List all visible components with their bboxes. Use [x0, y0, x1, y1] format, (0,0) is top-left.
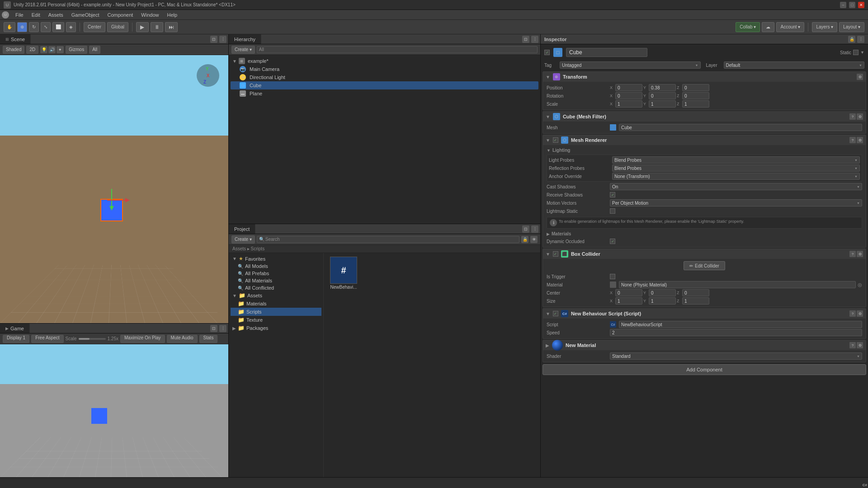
lightmap-static-checkbox[interactable]: [610, 208, 615, 214]
inspector-menu-button[interactable]: ⋮: [857, 36, 864, 43]
scene-menu-button[interactable]: ⋮: [219, 36, 226, 43]
static-dropdown-icon[interactable]: ▼: [860, 50, 864, 55]
mesh-filter-help-icon[interactable]: ?: [849, 113, 856, 120]
hierarchy-search[interactable]: All: [257, 46, 538, 53]
mesh-renderer-help-icon[interactable]: ?: [849, 137, 856, 143]
size-z-field[interactable]: 1: [682, 297, 709, 305]
new-material-help-icon[interactable]: ?: [849, 342, 856, 348]
tag-dropdown[interactable]: Untagged: [560, 61, 701, 69]
motion-vectors-dropdown[interactable]: Per Object Motion: [610, 199, 862, 206]
hierarchy-maximize-button[interactable]: ⊡: [522, 36, 529, 43]
help-menu[interactable]: Help: [163, 11, 181, 19]
all-prefabs-folder[interactable]: 🔍 All Prefabs: [231, 270, 321, 277]
scene-tab[interactable]: ⊞ Scene: [0, 34, 31, 44]
2d-toggle[interactable]: 2D: [26, 46, 38, 54]
stats-button[interactable]: Stats: [199, 335, 218, 343]
position-y-field[interactable]: 0.38: [649, 84, 676, 91]
texture-folder[interactable]: 📁 Texture: [231, 316, 321, 324]
lighting-toggle[interactable]: 💡: [40, 46, 47, 53]
project-maximize-button[interactable]: ⊡: [522, 225, 529, 233]
anchor-override-dropdown[interactable]: None (Transform): [612, 173, 860, 180]
scene-viewport[interactable]: X Y Z: [0, 55, 228, 323]
cast-shadows-dropdown[interactable]: On: [610, 183, 862, 190]
size-y-field[interactable]: 1: [649, 297, 676, 305]
window-menu[interactable]: Window: [137, 11, 162, 19]
add-component-button[interactable]: Add Component: [542, 364, 866, 375]
transform-settings-icon[interactable]: ⚙: [857, 74, 863, 80]
mesh-filter-settings-icon[interactable]: ⚙: [857, 113, 863, 120]
layout-dropdown[interactable]: Layout ▾: [839, 22, 864, 32]
scale-z-field[interactable]: 1: [682, 100, 709, 108]
project-eyedropper-button[interactable]: 👁: [530, 236, 538, 243]
static-checkbox[interactable]: [853, 50, 859, 55]
hierarchy-create-button[interactable]: Create ▾: [231, 46, 255, 54]
audio-toggle[interactable]: 🔊: [48, 46, 56, 53]
is-trigger-checkbox[interactable]: [610, 274, 615, 279]
packages-folder[interactable]: ▶ 📁 Packages: [231, 324, 321, 332]
maximize-on-play-button[interactable]: Maximize On Play: [120, 335, 165, 343]
aspect-dropdown[interactable]: Free Aspect: [31, 335, 63, 343]
cloud-button[interactable]: ☁: [762, 22, 774, 32]
project-search[interactable]: 🔍 Search: [257, 236, 519, 243]
new-material-settings-icon[interactable]: ⚙: [857, 342, 863, 348]
speed-field[interactable]: 2: [610, 329, 862, 336]
materials-section[interactable]: ▶ Materials: [547, 230, 862, 237]
center-dropdown[interactable]: Center: [84, 22, 105, 32]
scene-maximize-button[interactable]: ⊡: [210, 36, 217, 43]
lighting-section[interactable]: ▼ Lighting: [547, 147, 862, 154]
account-dropdown[interactable]: Account ▾: [776, 22, 804, 32]
step-button[interactable]: ⏭: [165, 22, 178, 32]
position-x-field[interactable]: 0: [615, 84, 642, 91]
new-behaviour-help-icon[interactable]: ?: [849, 310, 856, 317]
gizmos-dropdown[interactable]: Gizmos: [66, 46, 87, 54]
collider-material-field[interactable]: None (Physic Material): [619, 281, 856, 288]
game-maximize-button[interactable]: ⊡: [210, 325, 217, 332]
minimize-button[interactable]: −: [840, 2, 846, 8]
pause-button[interactable]: ⏸: [151, 22, 163, 32]
new-behaviour-header[interactable]: ▼ C# New Behaviour Script (Script) ? ⚙: [543, 309, 866, 319]
project-tab[interactable]: Project: [229, 224, 255, 234]
layer-dropdown[interactable]: Default: [724, 61, 865, 69]
rotation-z-field[interactable]: 0: [682, 92, 709, 99]
file-menu[interactable]: File: [12, 11, 27, 19]
maximize-button[interactable]: □: [849, 2, 855, 8]
object-name-field[interactable]: [566, 48, 647, 57]
object-active-checkbox[interactable]: [544, 50, 550, 55]
reflection-probes-dropdown[interactable]: Blend Probes: [612, 164, 860, 172]
hierarchy-tab[interactable]: Hierarchy: [229, 34, 261, 44]
center-y-field[interactable]: 0: [649, 289, 676, 296]
inspector-lock-button[interactable]: 🔒: [848, 36, 855, 43]
position-z-field[interactable]: 0: [682, 84, 709, 91]
list-item[interactable]: ☀ Directional Light: [231, 73, 538, 81]
scripts-folder[interactable]: 📁 Scripts: [231, 308, 321, 316]
mesh-filter-header[interactable]: ▼ ⬡ Cube (Mesh Filter) ? ⚙: [543, 112, 866, 122]
list-item[interactable]: 📷 Main Camera: [231, 65, 538, 73]
game-viewport[interactable]: [0, 344, 228, 477]
game-menu-button[interactable]: ⋮: [219, 325, 226, 332]
shader-dropdown[interactable]: Standard: [610, 352, 862, 360]
rotation-x-field[interactable]: 0: [615, 92, 642, 99]
center-z-field[interactable]: 0: [682, 289, 709, 296]
center-x-field[interactable]: 0: [615, 289, 642, 296]
scale-x-field[interactable]: 1: [615, 100, 642, 108]
all-materials-folder[interactable]: 🔍 All Materials: [231, 277, 321, 284]
move-tool-button[interactable]: ⊕: [17, 22, 27, 32]
mesh-renderer-header[interactable]: ▼ ⬡ Mesh Renderer ? ⚙: [543, 135, 866, 145]
new-behaviour-settings-icon[interactable]: ⚙: [857, 310, 863, 317]
play-button[interactable]: ▶: [136, 22, 149, 32]
close-button[interactable]: ✕: [858, 2, 864, 8]
all-conflicted-folder[interactable]: 🔍 All Conflicted: [231, 284, 321, 291]
hand-tool-button[interactable]: ✋: [4, 22, 15, 32]
mesh-renderer-settings-icon[interactable]: ⚙: [857, 137, 863, 143]
edit-menu[interactable]: Edit: [28, 11, 44, 19]
all-label[interactable]: All: [89, 46, 100, 54]
collab-button[interactable]: Collab ▾: [736, 22, 760, 32]
global-dropdown[interactable]: Global: [107, 22, 128, 32]
shaded-dropdown[interactable]: Shaded: [3, 46, 24, 54]
scale-slider[interactable]: [79, 338, 106, 340]
transform-header[interactable]: ▼ ⊕ Transform ⚙: [543, 72, 866, 82]
rotate-tool-button[interactable]: ↻: [29, 22, 39, 32]
new-behaviour-active-checkbox[interactable]: [553, 311, 558, 316]
new-material-header[interactable]: ▶ New Material ? ⚙: [543, 340, 866, 350]
favorites-folder[interactable]: ▼ ★ Favorites: [231, 255, 321, 263]
